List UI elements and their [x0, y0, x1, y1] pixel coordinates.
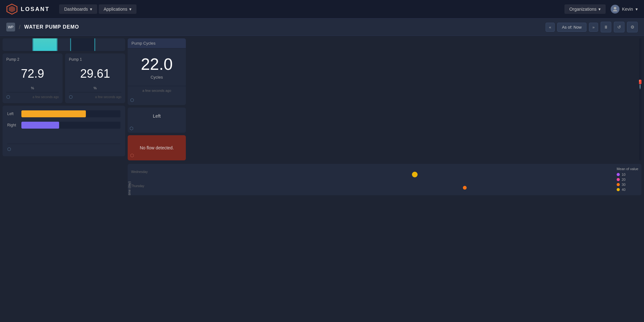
bar-right-fill [21, 122, 59, 129]
scatter-y-thu: Thursday [131, 184, 144, 188]
bar-panel: Left Right ⬡ [3, 106, 125, 156]
subheader-controls: « As of: Now » ⏸ ↺ ⚙ [546, 22, 638, 32]
mean-legend-item-4: 40 [617, 188, 638, 192]
mean-dot-40 [617, 188, 620, 191]
scatter-dot-2 [463, 186, 467, 190]
gauge-left [32, 38, 58, 51]
left-status-panel: Left ⬡ [128, 108, 186, 133]
bar-left-fill [21, 110, 86, 117]
scatter-panel: time (day) Wednesday Thursday Mean of va… [128, 164, 641, 195]
svg-marker-1 [9, 6, 15, 12]
pump-gauges-panel [3, 38, 125, 51]
pump2-unit: % [6, 86, 59, 90]
pump1-timestamp: a few seconds ago [95, 95, 121, 99]
svg-text:LAFEUILLE TERRACE: LAFEUILLE TERRACE [640, 99, 640, 99]
chevron-down-icon: ▾ [598, 7, 601, 12]
user-menu[interactable]: Kevin ▾ [611, 5, 638, 14]
pump-cycles-timestamp: a few seconds ago [128, 86, 186, 95]
nav-menu: Dashboards ▾ Applications ▾ [59, 4, 564, 14]
map-pin: 📍 [639, 79, 641, 90]
svg-text:CLIFTON: CLIFTON [641, 99, 641, 100]
left-status-label: Left [128, 108, 186, 124]
pump1-title: Pump 1 [69, 57, 121, 62]
noflow-label: No flow detected. [140, 145, 174, 150]
pause-button[interactable]: ⏸ [601, 22, 611, 32]
time-display: As of: Now [557, 23, 586, 32]
mean-dot-20 [617, 178, 620, 181]
map-panel: WERKPLACE LAFEUILLE TERRACE HYDE PARK SU… [639, 38, 641, 160]
pump-cycles-value-area: 22.0 Cycles [128, 48, 186, 86]
losant-logo-icon [6, 3, 18, 15]
top-navigation: LOSANT Dashboards ▾ Applications ▾ Organ… [0, 0, 644, 19]
breadcrumb-separator: / [19, 24, 20, 31]
svg-text:NEWPORT: NEWPORT [641, 99, 641, 100]
scatter-ylabel: time (day) [128, 164, 131, 195]
svg-text:COVINGTON: COVINGTON [640, 99, 641, 100]
svg-text:SUNAIRE: SUNAIRE [639, 99, 639, 99]
subheader: WP / WATER PUMP DEMO « As of: Now » ⏸ ↺ … [0, 19, 644, 36]
gauge-tube-left [32, 38, 58, 51]
bar-right-track [21, 122, 120, 129]
time-forward-button[interactable]: » [589, 23, 598, 32]
pump2-value: 72.9 [6, 67, 59, 80]
pump-cycles-panel: Pump Cycles 22.0 Cycles a few seconds ag… [128, 38, 186, 105]
svg-text:CINCINNATI: CINCINNATI [641, 99, 641, 99]
pump-cycles-header: Pump Cycles [128, 38, 186, 48]
svg-text:QUEENSGATE: QUEENSGATE [640, 99, 641, 99]
gauge-fill-left [33, 38, 57, 51]
map-roads-svg: WERKPLACE LAFEUILLE TERRACE HYDE PARK SU… [639, 38, 641, 160]
avatar [611, 5, 619, 14]
gauge-tube-right [70, 38, 95, 51]
pump-cycles-unit: Cycles [151, 75, 163, 80]
organizations-menu[interactable]: Organizations ▾ [564, 4, 606, 14]
bar-right-row: Right [7, 122, 120, 129]
pump1-card: Pump 1 29.61 % ⬡ a few seconds ago [65, 53, 125, 103]
settings-button[interactable]: ⚙ [627, 22, 638, 32]
svg-text:DELHI: DELHI [640, 99, 640, 99]
bar-left-label: Left [7, 112, 18, 116]
scatter-y-wed: Wednesday [131, 170, 148, 174]
bar-right-label: Right [7, 123, 18, 127]
noflow-panel: No flow detected. ⬡ [128, 135, 186, 160]
chevron-down-icon: ▾ [90, 7, 92, 12]
applications-menu[interactable]: Applications ▾ [99, 4, 137, 14]
page-title: WATER PUMP DEMO [24, 24, 79, 30]
gauge-right [70, 38, 95, 51]
mean-dot-30 [617, 183, 620, 186]
svg-text:WERKPLACE: WERKPLACE [639, 99, 639, 99]
svg-text:PENDLETON: PENDLETON [641, 99, 641, 99]
mean-legend-item-3: 30 [617, 183, 638, 186]
mean-legend-item-1: 10 [617, 173, 638, 176]
svg-point-2 [614, 7, 616, 9]
pump1-value: 29.61 [69, 67, 121, 80]
pump-cycles-number: 22.0 [141, 55, 173, 74]
pump2-title: Pump 2 [6, 57, 59, 62]
svg-text:COVEDALE: COVEDALE [640, 99, 640, 99]
mean-dot-10 [617, 173, 620, 176]
mean-legend: Mean of value 10 20 30 [617, 167, 638, 193]
svg-text:MONTEREY: MONTEREY [640, 99, 640, 100]
time-back-button[interactable]: « [546, 23, 555, 32]
bar-left-row: Left [7, 110, 120, 117]
logo-text: LOSANT [21, 6, 50, 13]
svg-text:FAIRVIEW: FAIRVIEW [640, 99, 641, 99]
logo[interactable]: LOSANT [6, 3, 50, 15]
pump2-card: Pump 2 72.9 % ⬡ a few seconds ago [3, 53, 63, 103]
breadcrumb-icon: WP [6, 23, 15, 31]
bar-left-track [21, 110, 120, 117]
chevron-down-icon: ▾ [129, 7, 131, 12]
svg-text:SEDAMSVILLE: SEDAMSVILLE [640, 99, 641, 100]
mean-legend-item-2: 20 [617, 178, 638, 181]
chevron-down-icon: ▾ [636, 7, 638, 12]
pump1-unit: % [69, 86, 121, 90]
svg-text:HYDE PARK: HYDE PARK [640, 99, 641, 99]
nav-right: Organizations ▾ Kevin ▾ [564, 4, 638, 14]
pump2-timestamp: a few seconds ago [33, 95, 59, 99]
dashboards-menu[interactable]: Dashboards ▾ [59, 4, 97, 14]
scatter-dot-1 [412, 172, 418, 177]
svg-text:MOUNT HARRISON: MOUNT HARRISON [640, 99, 641, 99]
refresh-button[interactable]: ↺ [614, 22, 625, 32]
scatter-area: Wednesday Thursday Mean of value 10 20 [131, 164, 641, 195]
